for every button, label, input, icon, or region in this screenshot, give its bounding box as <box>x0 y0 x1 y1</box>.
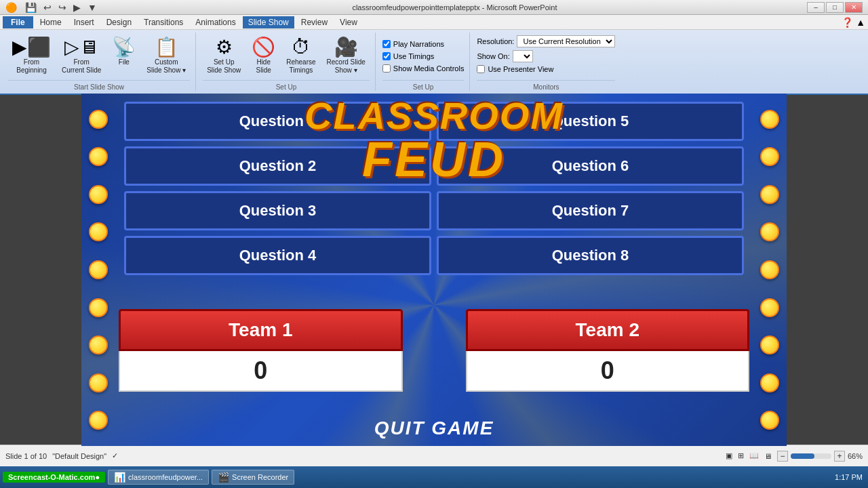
presenter-view-check[interactable]: Use Presenter View <box>477 65 615 73</box>
screencast-brand[interactable]: Screencast-O-Matic.com● <box>3 472 105 483</box>
team2-section: Team 2 0 <box>466 309 750 392</box>
question-7-btn[interactable]: Question 7 <box>437 191 744 230</box>
teams-row: Team 1 0 Team 2 0 <box>119 309 749 392</box>
dot-left-2 <box>89 147 108 166</box>
setup-group-label: Set Up <box>203 80 370 91</box>
broadcast-label: File <box>119 58 130 66</box>
view-slide-sorter-icon[interactable]: ⊞ <box>738 451 744 460</box>
resolution-label: Resolution: <box>477 37 514 45</box>
monitors-section: Resolution: Use Current Resolution Show … <box>477 33 615 76</box>
question-8-btn[interactable]: Question 8 <box>437 236 744 275</box>
play-quick-btn[interactable]: ▶ <box>72 2 82 13</box>
view-reading-icon[interactable]: 📖 <box>749 451 759 460</box>
use-timings-label: Use Timings <box>393 52 435 60</box>
window-title: classroomfeudpowerpointtemplatepptx - Mi… <box>102 3 807 12</box>
ribbon-minimize-icon[interactable]: ▲ <box>856 17 865 28</box>
window-controls: – □ ✕ <box>807 2 863 13</box>
menu-file[interactable]: File <box>3 16 33 28</box>
game-title: CLASSROOM FEUD <box>304 97 564 184</box>
slideshow-buttons: ▶⬛ FromBeginning ▷🖥 FromCurrent Slide 📡 … <box>8 33 190 80</box>
menu-home[interactable]: Home <box>35 16 67 28</box>
resolution-select[interactable]: Use Current Resolution <box>517 35 615 47</box>
status-bar-right: ▣ ⊞ 📖 🖥 − + 66% <box>726 451 863 462</box>
game-title-feud: FEUD <box>304 135 564 184</box>
menu-transitions[interactable]: Transitions <box>138 16 189 28</box>
show-media-label: Show Media Controls <box>393 64 465 73</box>
dot-right-9 <box>760 411 779 430</box>
custom-btn[interactable]: 📋 CustomSlide Show ▾ <box>142 35 190 77</box>
ribbon-group-setup: ⚙ Set UpSlide Show 🚫 HideSlide ⏱ Rehears… <box>197 33 376 91</box>
dot-right-6 <box>760 298 779 317</box>
dot-right-2 <box>760 147 779 166</box>
record-btn[interactable]: 🎥 Record SlideShow ▾ <box>323 35 370 77</box>
redo-quick-btn[interactable]: ↪ <box>57 2 68 13</box>
zoom-out-btn[interactable]: − <box>777 451 788 462</box>
setup-label: Set UpSlide Show <box>207 58 241 75</box>
dot-left-9 <box>89 411 108 430</box>
dot-left-3 <box>89 185 108 204</box>
help-icon[interactable]: ❓ <box>842 17 853 28</box>
rehearse-icon: ⏱ <box>292 38 311 57</box>
broadcast-btn[interactable]: 📡 File <box>108 35 140 69</box>
play-narrations-check[interactable]: Play Narrations <box>382 40 465 48</box>
slideshow-group-label: Start Slide Show <box>8 80 190 91</box>
restore-btn[interactable]: □ <box>826 2 844 13</box>
taskbar-recorder-label: Screen Recorder <box>232 473 288 481</box>
menu-insert[interactable]: Insert <box>68 16 100 28</box>
question-4-btn[interactable]: Question 4 <box>124 236 431 275</box>
menu-review[interactable]: Review <box>296 16 333 28</box>
team1-section: Team 1 0 <box>119 309 403 392</box>
dot-left-7 <box>89 336 108 354</box>
taskbar: Screencast-O-Matic.com● 📊 classroomfeudp… <box>0 466 868 488</box>
quit-game-button[interactable]: QUIT GAME <box>374 418 494 439</box>
undo-quick-btn[interactable]: ↩ <box>42 2 53 13</box>
app-icon: 🟠 <box>5 2 17 13</box>
show-media-input[interactable] <box>382 64 391 73</box>
menu-design[interactable]: Design <box>101 16 137 28</box>
dot-right-5 <box>760 260 779 279</box>
from-current-icon: ▷🖥 <box>64 38 98 57</box>
show-media-check[interactable]: Show Media Controls <box>382 64 465 73</box>
zoom-slider-track[interactable] <box>791 453 831 459</box>
hide-slide-btn[interactable]: 🚫 HideSlide <box>248 35 279 77</box>
from-beginning-btn[interactable]: ▶⬛ FromBeginning <box>8 35 55 77</box>
team2-button[interactable]: Team 2 <box>466 309 750 351</box>
dot-right-7 <box>760 336 779 354</box>
dot-right-8 <box>760 373 779 392</box>
question-3-btn[interactable]: Question 3 <box>124 191 431 230</box>
rehearse-btn[interactable]: ⏱ RehearseTimings <box>282 35 319 77</box>
setup-slideshow-btn[interactable]: ⚙ Set UpSlide Show <box>203 35 245 77</box>
from-current-btn[interactable]: ▷🖥 FromCurrent Slide <box>58 35 105 77</box>
hide-icon: 🚫 <box>252 38 275 57</box>
play-narrations-input[interactable] <box>382 40 391 48</box>
close-btn[interactable]: ✕ <box>845 2 863 13</box>
view-normal-icon[interactable]: ▣ <box>726 451 732 460</box>
use-timings-check[interactable]: Use Timings <box>382 52 465 60</box>
use-timings-input[interactable] <box>382 52 391 60</box>
taskbar-powerpoint-label: classroomfeudpower... <box>128 473 203 481</box>
taskbar-recorder[interactable]: 🎬 Screen Recorder <box>212 470 294 485</box>
zoom-slider-fill <box>791 453 814 459</box>
menu-view[interactable]: View <box>334 16 363 28</box>
spell-check-icon[interactable]: ✓ <box>112 451 118 460</box>
dots-left <box>81 94 115 446</box>
dropdown-quick-btn[interactable]: ▼ <box>86 2 98 13</box>
team1-button[interactable]: Team 1 <box>119 309 403 351</box>
presenter-view-input[interactable] <box>477 65 485 73</box>
custom-icon: 📋 <box>155 38 178 57</box>
show-on-row: Show On: <box>477 50 615 62</box>
menu-animations[interactable]: Animations <box>190 16 241 28</box>
taskbar-time: 1:17 PM <box>835 473 865 481</box>
menu-slideshow[interactable]: Slide Show <box>243 16 294 28</box>
view-presenter-icon[interactable]: 🖥 <box>764 452 772 460</box>
minimize-btn[interactable]: – <box>807 2 825 13</box>
show-on-select[interactable] <box>513 50 533 62</box>
save-quick-btn[interactable]: 💾 <box>24 2 38 13</box>
taskbar-powerpoint[interactable]: 📊 classroomfeudpower... <box>108 470 209 485</box>
dot-right-3 <box>760 185 779 204</box>
team1-score: 0 <box>119 351 403 392</box>
zoom-in-btn[interactable]: + <box>834 451 845 462</box>
from-current-label: FromCurrent Slide <box>62 58 101 75</box>
zoom-level: 66% <box>848 452 863 460</box>
title-bar: 🟠 💾 ↩ ↪ ▶ ▼ classroomfeudpowerpointtempl… <box>0 0 868 15</box>
